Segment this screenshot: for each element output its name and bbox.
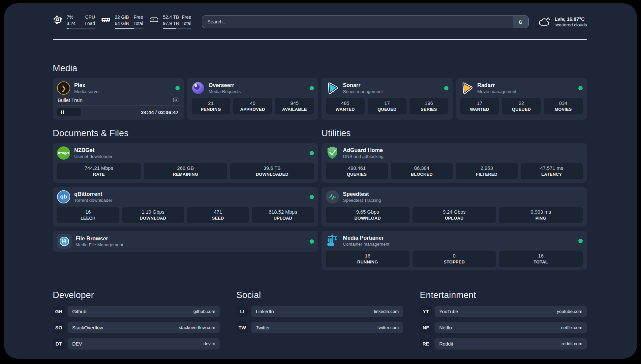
app-name: Radarr [477,82,517,88]
cpu-label: CPU [85,14,95,20]
stat-box: 498,461 QUERIES [326,163,388,179]
bookmark-github[interactable]: GH Github github.com [53,306,220,317]
stat-box: 9.65 Gbps DOWNLOAD [326,207,410,223]
sonarr-icon [326,81,339,95]
weather-location-temp: Lviv, 16.87°C [555,16,587,22]
bookmark-netflix[interactable]: NF Netflix netflix.com [420,322,587,333]
memory-stat: 22 GiB 64 GiB Free Total [101,14,143,29]
bookmark-youtube[interactable]: YT YouTube youtube.com [420,306,587,317]
app-name: NZBGet [74,147,112,153]
stat-box: 17 WANTED [460,98,499,114]
nzbget-icon: nzbget [57,146,70,160]
adguard-icon [326,146,339,160]
bookmark-linkedin[interactable]: LI LinkedIn linkedin.com [236,306,404,317]
bookmark-url: reddit.com [562,341,582,346]
bookmark-abbr: DT [53,338,65,349]
app-name: File Browser [76,235,123,242]
now-playing-row: Bullet Train [57,97,180,106]
disk-icon [149,15,159,25]
stat-box: 196 SERIES [410,98,448,114]
app-card-nzbget[interactable]: nzbget NZBGet Usenet downloader 744.21 M… [53,143,318,183]
bookmark-url: netflix.com [561,325,582,330]
stat-box: 744.21 Mbps RATE [57,163,141,179]
bookmark-stackoverflow[interactable]: SO StackOverflow stackoverflow.com [53,322,220,333]
app-card-plex[interactable]: ❯ Plex Media server Bullet Train [53,78,184,120]
system-stats: 7% 3.24 CPU Load [53,14,191,29]
top-bar: 7% 3.24 CPU Load [53,15,587,28]
dashboard-panel: 7% 3.24 CPU Load [4,3,637,359]
stat-box: 485 WANTED [326,98,365,114]
bookmark-twitter[interactable]: TW Twitter twitter.com [236,322,404,333]
status-indicator [175,86,180,90]
stat-box: 40 APPROVED [233,98,272,114]
app-card-overseerr[interactable]: Overseerr Media Requests 21 PENDING 40 A… [187,78,319,120]
storage-stat: 52.4 TB 97.9 TB Free Total [149,14,191,29]
stat-box: 2,953 FILTERED [456,163,518,179]
search-engine-button[interactable]: G [513,16,528,28]
stat-box: 16 TOTAL [499,251,583,267]
stat-box: 945 AVAILABLE [275,98,314,114]
stat-box: 0.993 ms PING [499,207,583,223]
cpu-icon [53,15,63,25]
stat-box: 22 QUEUED [502,98,541,114]
cpu-usage-value: 7% [67,14,76,20]
bookmark-url: twitter.com [378,325,399,330]
app-name: Sonarr [343,82,383,88]
section-title-entertainment: Entertainment [420,290,587,300]
pause-icon [61,110,62,114]
status-indicator [310,86,314,90]
overseerr-icon [192,81,205,95]
section-documents: Documents & Files nzbget NZBGet Usenet d… [53,128,318,270]
stat-box: 16 RUNNING [326,251,410,267]
app-name: AdGuard Home [343,147,383,153]
section-media: Media ❯ Plex Media server Bullet Train [53,63,587,120]
app-name: Media Portainer [343,235,389,241]
app-name: Overseerr [209,82,241,88]
section-developer: Developer GH Github github.com SO StackO… [53,290,220,349]
section-title-social: Social [236,290,404,300]
search-input[interactable] [202,16,513,28]
weather-widget: Lviv, 16.87°C scattered clouds [538,16,587,27]
radarr-icon [460,81,473,95]
app-card-adguard[interactable]: AdGuard Home DNS and adblocking 498,461 … [321,143,587,183]
camera-icon [172,97,179,103]
disk-free-label: Free [181,14,191,20]
stat-box: 86,384 BLOCKED [391,163,453,179]
ram-free-value: 22 GiB [115,14,129,20]
app-description: Container management [343,242,389,247]
stat-box: 16 LEECH [57,207,119,223]
stat-box: 21 PENDING [192,98,230,114]
app-card-radarr[interactable]: Radarr Movie management 17 WANTED 22 QUE… [456,78,587,120]
app-card-speedtest[interactable]: Speedtest Speedtest Tracking 9.65 Gbps D… [321,187,587,227]
ram-total-label: Total [133,20,143,26]
playback-progress[interactable]: 24:44 / 02:06:47 [57,108,180,116]
status-indicator [578,239,583,243]
bookmark-url: linkedin.com [374,309,399,314]
app-card-qbittorrent[interactable]: qb qBittorrent Torrent downloader 16 LEE… [53,187,318,227]
bookmark-dev[interactable]: DT DEV dev.to [53,338,220,349]
bookmark-reddit[interactable]: RE Reddit reddit.com [420,338,587,349]
bookmark-url: github.com [194,309,215,314]
app-card-filebrowser[interactable]: File Browser Media File Management [53,231,318,252]
app-card-sonarr[interactable]: Sonarr Series management 485 WANTED 17 Q… [321,78,453,120]
app-card-portainer[interactable]: Media Portainer Container management 16 … [321,231,587,270]
disk-total-label: Total [181,20,191,26]
section-utilities: Utilities [321,128,587,270]
app-description: Media File Management [76,242,123,247]
bookmark-url: dev.to [203,341,215,346]
cpu-load-value: 3.24 [67,20,76,26]
ram-total-value: 64 GiB [115,20,129,26]
app-name: Plex [74,82,100,88]
bookmark-label: DEV [72,341,82,347]
bookmark-abbr: SO [53,322,65,333]
playback-time: 24:44 / 02:06:47 [141,109,178,115]
bookmark-abbr: TW [236,322,248,333]
bookmark-abbr: RE [420,338,432,349]
ram-free-label: Free [133,14,143,20]
stat-box: 39.6 TB DOWNLOADED [230,163,314,179]
app-name: qBittorrent [74,191,112,197]
load-label: Load [85,20,95,26]
stat-box: 0 STOPPED [412,251,496,267]
cpu-stat: 7% 3.24 CPU Load [53,14,95,29]
app-description: Speedtest Tracking [343,198,381,203]
